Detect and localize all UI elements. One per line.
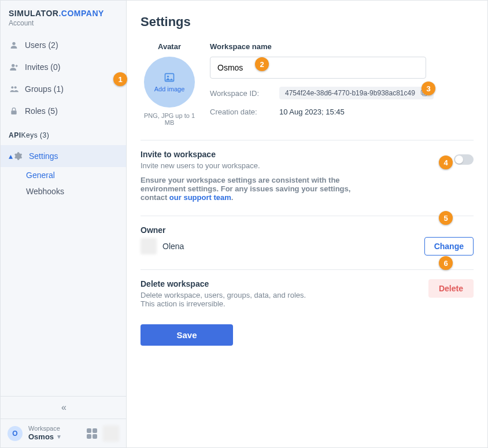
lock-icon: [9, 106, 19, 116]
owner-avatar: [141, 238, 157, 254]
owner-info: Olena: [141, 238, 184, 254]
invite-section: Invite to workspace Invite new users to …: [141, 150, 474, 202]
owner-name: Olena: [162, 242, 184, 251]
delete-button[interactable]: Delete: [428, 279, 474, 298]
divider: [141, 216, 474, 216]
nav-item-users[interactable]: Users (2): [1, 34, 126, 56]
nav-sub-general[interactable]: General: [1, 167, 126, 183]
annotation-2: 2: [255, 57, 269, 71]
nav-label: Invites (0): [25, 62, 118, 72]
invite-text: Invite to workspace Invite new users to …: [141, 150, 360, 202]
gear-icon: [13, 151, 23, 161]
workspace-id-value: 4754f24e-38d6-4770-b19a-9b938ac81c49: [279, 87, 434, 99]
creation-date-row: Creation date: 10 Aug 2023; 15:45: [210, 108, 474, 116]
invite-toggle[interactable]: [454, 154, 474, 165]
svg-point-2: [11, 86, 13, 88]
page-title: Settings: [141, 14, 474, 29]
invite-desc-2: Ensure your workspace settings are consi…: [141, 176, 360, 202]
user-plus-icon: [9, 62, 19, 72]
caret-up-icon: ▴: [9, 151, 13, 161]
annotation-5: 5: [439, 211, 453, 225]
main-content: Settings Avatar Add image PNG, JPG up to…: [127, 1, 487, 447]
nav-label: Settings: [29, 151, 118, 161]
owner-row: Olena Change: [141, 237, 474, 256]
workspace-switcher[interactable]: Workspace Osmos▼: [28, 425, 62, 442]
annotation-6: 6: [439, 256, 453, 270]
annotation-4: 4: [439, 155, 453, 169]
workspace-name-input[interactable]: [210, 57, 426, 79]
delete-section: Delete workspace Delete workspace, users…: [141, 279, 474, 308]
nav-label: Keys (3): [21, 131, 118, 139]
avatar-hint: PNG, JPG up to 1 MB: [141, 112, 198, 126]
divider: [141, 269, 474, 270]
delete-desc-2: This action is irreversible.: [141, 299, 306, 308]
invite-heading: Invite to workspace: [141, 150, 360, 159]
svg-point-1: [12, 64, 14, 67]
divider: [141, 140, 474, 140]
user-icon: [9, 40, 19, 50]
creation-date-value: 10 Aug 2023; 15:45: [279, 108, 345, 116]
invite-desc-1: Invite new users to your workspace.: [141, 161, 360, 170]
nav-label: Users (2): [25, 40, 118, 50]
brand-part-b: .COMPANY: [58, 9, 103, 18]
nav-item-roles[interactable]: Roles (5): [1, 100, 126, 122]
sidebar-header: SIMULATOR.COMPANY Account: [1, 1, 126, 29]
nav-item-groups[interactable]: Groups (1): [1, 78, 126, 100]
workspace-id-label: Workspace ID:: [210, 89, 279, 98]
save-button[interactable]: Save: [141, 324, 233, 346]
brand-part-a: SIMULATOR: [9, 9, 58, 18]
chevron-down-icon: ▼: [56, 434, 62, 440]
app-frame: SIMULATOR.COMPANY Account Users (2) Invi…: [0, 0, 488, 448]
delete-desc-1: Delete workspace, users, groups, data, a…: [141, 291, 306, 299]
avatar-heading: Avatar: [141, 42, 198, 51]
owner-heading: Owner: [141, 225, 474, 235]
api-prefix: API: [9, 131, 21, 139]
brand-subtitle: Account: [9, 19, 118, 27]
svg-point-6: [167, 76, 169, 77]
nav-label: Groups (1): [25, 84, 118, 94]
nav-sub-webhooks[interactable]: Webhooks: [1, 183, 126, 199]
svg-point-0: [12, 42, 15, 45]
nav-item-keys[interactable]: API Keys (3): [1, 122, 126, 145]
owner-section: Owner Olena Change: [141, 225, 474, 256]
creation-date-label: Creation date:: [210, 108, 279, 116]
delete-heading: Delete workspace: [141, 279, 306, 288]
change-owner-button[interactable]: Change: [424, 237, 474, 256]
sidebar: SIMULATOR.COMPANY Account Users (2) Invi…: [1, 1, 127, 447]
add-image-label: Add image: [154, 86, 185, 92]
workspace-badge: O: [8, 426, 23, 441]
image-icon: [164, 72, 175, 83]
workspace-name-heading: Workspace name: [210, 42, 474, 51]
nav-item-invites[interactable]: Invites (0): [1, 56, 126, 78]
delete-text: Delete workspace Delete workspace, users…: [141, 279, 306, 308]
user-avatar-thumb[interactable]: [103, 425, 119, 442]
annotation-1: 1: [113, 72, 127, 86]
avatar-column: Avatar Add image PNG, JPG up to 1 MB: [141, 42, 198, 126]
annotation-3: 3: [422, 82, 435, 95]
nav-label: Roles (5): [25, 106, 118, 116]
support-link[interactable]: our support team: [169, 193, 231, 202]
workspace-name: Osmos▼: [28, 432, 62, 442]
avatar-upload-button[interactable]: Add image: [144, 57, 195, 108]
sidebar-footer: O Workspace Osmos▼: [1, 419, 126, 447]
svg-rect-4: [11, 110, 16, 114]
brand-logo: SIMULATOR.COMPANY: [9, 9, 118, 18]
users-icon: [9, 84, 19, 94]
svg-point-3: [14, 86, 17, 88]
apps-grid-icon[interactable]: [87, 428, 97, 439]
sidebar-nav: Users (2) Invites (0) Groups (1) Roles (…: [1, 29, 126, 396]
nav-item-settings[interactable]: ▴ Settings: [1, 145, 126, 167]
sidebar-collapse-button[interactable]: «: [1, 396, 126, 419]
toggle-knob: [455, 155, 463, 164]
workspace-label: Workspace: [28, 425, 62, 432]
